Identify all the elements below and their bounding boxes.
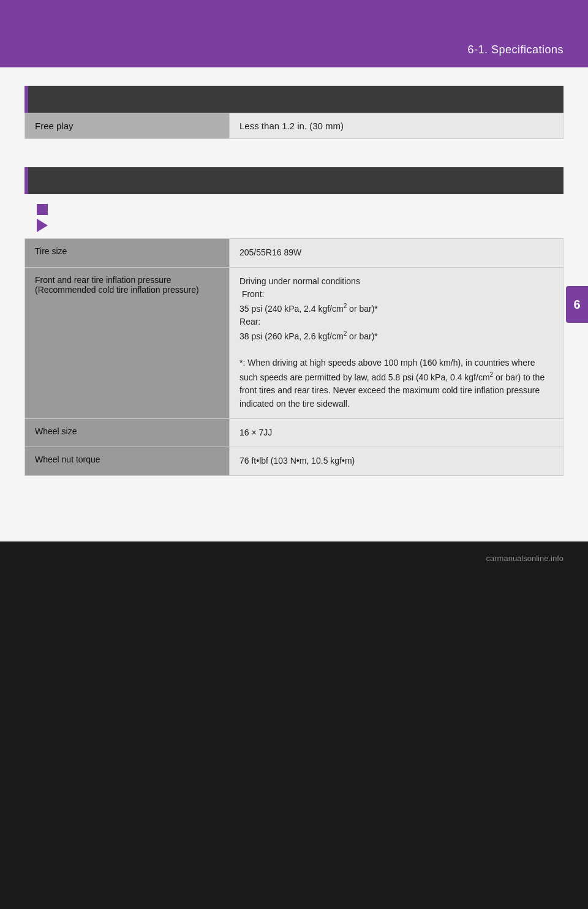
main-content: Free play Less than 1.2 in. (30 mm) T bbox=[0, 67, 588, 541]
page-title: 6-1. Specifications bbox=[467, 43, 564, 56]
purple-square-icon bbox=[37, 204, 48, 215]
wheel-size-row: Wheel size 16 × 7JJ bbox=[25, 418, 564, 447]
header-bar: 6-1. Specifications bbox=[0, 0, 588, 67]
specs-table: Tire size 205/55R16 89W Front and rear t… bbox=[24, 238, 564, 476]
freeplay-value: Less than 1.2 in. (30 mm) bbox=[230, 113, 564, 139]
tire-inflation-value: Driving under normal conditions Front: 3… bbox=[230, 267, 564, 418]
section2-header bbox=[24, 167, 564, 194]
tire-size-value: 205/55R16 89W bbox=[230, 239, 564, 268]
wheel-nut-torque-row: Wheel nut torque 76 ft•lbf (103 N•m, 10.… bbox=[25, 447, 564, 476]
wheel-nut-torque-label: Wheel nut torque bbox=[25, 447, 230, 476]
note-icon-row-1 bbox=[37, 204, 551, 215]
tire-inflation-row: Front and rear tire inflation pres­sure(… bbox=[25, 267, 564, 418]
wheel-nut-torque-value: 76 ft•lbf (103 N•m, 10.5 kgf•m) bbox=[230, 447, 564, 476]
wheel-size-value: 16 × 7JJ bbox=[230, 418, 564, 447]
watermark: carmanualsonline.info bbox=[486, 554, 564, 563]
wheel-size-label: Wheel size bbox=[25, 418, 230, 447]
note-area bbox=[24, 194, 564, 238]
tire-inflation-label: Front and rear tire inflation pres­sure(… bbox=[25, 267, 230, 418]
freeplay-table: Free play Less than 1.2 in. (30 mm) bbox=[24, 113, 564, 139]
freeplay-row: Free play Less than 1.2 in. (30 mm) bbox=[25, 113, 564, 139]
bottom-dark-area: carmanualsonline.info bbox=[0, 541, 588, 909]
tire-size-label: Tire size bbox=[25, 239, 230, 268]
freeplay-label: Free play bbox=[25, 113, 230, 139]
purple-arrow-icon bbox=[37, 219, 48, 232]
chapter-number: 6 bbox=[573, 298, 580, 312]
section-gap bbox=[24, 151, 564, 167]
chapter-tab: 6 bbox=[566, 286, 588, 323]
tire-size-row: Tire size 205/55R16 89W bbox=[25, 239, 564, 268]
section1-header bbox=[24, 86, 564, 113]
note-icon-row-2 bbox=[37, 219, 551, 232]
